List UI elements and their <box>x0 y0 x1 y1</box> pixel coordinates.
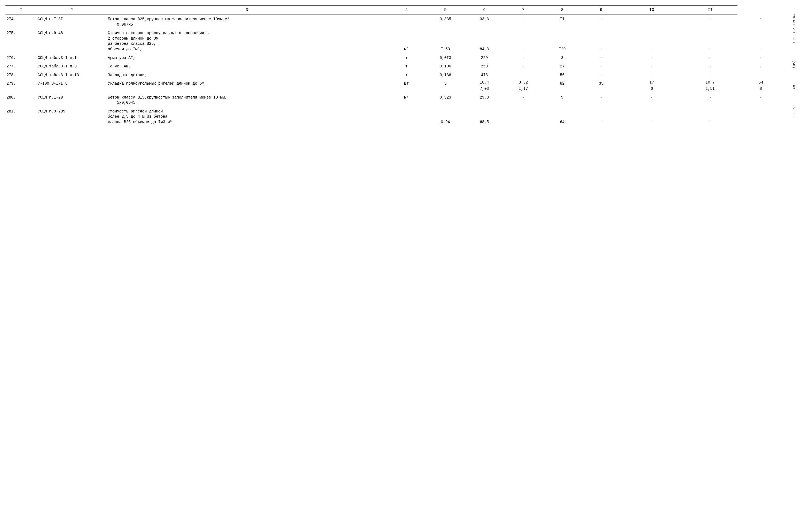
row-code: ССЦМ п.9-48 <box>37 28 107 53</box>
row-unit: т <box>387 62 426 71</box>
table-row: 275. ССЦМ п.9-48 Стоимость колонн прямо­… <box>5 28 784 53</box>
col-header-7: 7 <box>504 6 543 14</box>
row-col8: - <box>582 62 621 71</box>
col-header-9: 9 <box>582 6 621 14</box>
row-desc: Бетон класса BI5,круп­ностью заполнителя… <box>107 93 387 107</box>
row-col11: - <box>737 107 784 126</box>
row-num: 280. <box>5 93 37 107</box>
row-code: ССЦМ табл.3-I п.I3 <box>37 71 107 79</box>
row-col11: - <box>737 53 784 62</box>
row-col10: - <box>683 62 737 71</box>
row-num: 276. <box>5 53 37 62</box>
row-col5: 29,3 <box>465 93 504 107</box>
col-header-8: 8 <box>543 6 582 14</box>
col-header-5: 5 <box>426 6 465 14</box>
table-row: 276. ССЦМ табл.3-I п.I Арматура АI, т 0,… <box>5 53 784 62</box>
row-col4: 0,323 <box>426 93 465 107</box>
row-num: 275. <box>5 28 37 53</box>
row-col9: - <box>621 93 683 107</box>
row-code: ССЦМ табл.3-I п.3 <box>37 62 107 71</box>
row-col8: - <box>582 71 621 79</box>
table-header-row: I 2 3 4 5 6 7 8 9 IO II <box>5 6 784 14</box>
main-table: I 2 3 4 5 6 7 8 9 IO II 274. ССЦМ п.I-3I… <box>5 5 784 126</box>
row-desc: Арматура АI, <box>107 53 387 62</box>
fraction-col5: I6,4 7,03 <box>480 80 489 92</box>
col-header-4: 4 <box>387 6 426 14</box>
margin-label-3: 49 <box>792 85 795 89</box>
row-col8: - <box>582 28 621 53</box>
margin-label-4: 929-08 <box>792 106 795 117</box>
row-col11: - <box>737 14 784 28</box>
row-unit: м³ <box>387 93 426 107</box>
row-col10: I0,7 I,5I <box>683 79 737 93</box>
row-col10: - <box>683 107 737 126</box>
row-col5: 250 <box>465 62 504 71</box>
margin-label-2: (уш) <box>792 60 795 68</box>
row-col6: - <box>504 71 543 79</box>
row-col11: - <box>737 28 784 53</box>
row-col6: - <box>504 14 543 28</box>
row-col8: - <box>582 53 621 62</box>
row-unit <box>387 14 426 28</box>
row-col7: 9 <box>543 93 582 107</box>
row-col5: I6,4 7,03 <box>465 79 504 93</box>
row-desc: Укладка прямоугольных ригелей длиной до … <box>107 79 387 93</box>
row-unit: шт <box>387 79 426 93</box>
row-col4: 0,335 <box>426 14 465 28</box>
row-code: ССЦМ табл.3-I п.I <box>37 53 107 62</box>
table-row: 277. ССЦМ табл.3-I п.3 То же, АШ, т 0,I0… <box>5 62 784 71</box>
row-col5: 33,3 <box>465 14 504 28</box>
row-col6: - <box>504 62 543 71</box>
row-col9: - <box>621 14 683 28</box>
fraction-col6: 3,32 I,I7 <box>519 80 528 92</box>
row-col7: I29 <box>543 28 582 53</box>
row-desc: Стоимость ригелей длиной более 2,5 до 4 … <box>107 107 387 126</box>
row-col9: - <box>621 62 683 71</box>
row-col11: - <box>737 93 784 107</box>
row-col7: 64 <box>543 107 582 126</box>
row-col11: - <box>737 71 784 79</box>
col-header-3: 3 <box>107 6 387 14</box>
row-col5: 84,3 <box>465 28 504 53</box>
row-col4: 0,I06 <box>426 62 465 71</box>
row-col6: - <box>504 53 543 62</box>
row-col4: I,53 <box>426 28 465 53</box>
row-code: ССЦМ п.I-3I <box>37 14 107 28</box>
fraction-col9: I7 6 <box>650 80 654 92</box>
row-col6: - <box>504 93 543 107</box>
row-col5: 4I3 <box>465 71 504 79</box>
row-desc: Стоимость колонн прямо­угольных с консол… <box>107 28 387 53</box>
row-col10: - <box>683 53 737 62</box>
row-col5: 68,5 <box>465 107 504 126</box>
row-num: 278. <box>5 71 37 79</box>
table-row: 274. ССЦМ п.I-3I Бетон класса В25,крупно… <box>5 14 784 28</box>
row-col4: 0,94 <box>426 107 465 126</box>
fraction-col11: 54 8 <box>758 80 763 92</box>
row-unit <box>387 107 426 126</box>
row-col6: 3,32 I,I7 <box>504 79 543 93</box>
row-col7: 82 <box>543 79 582 93</box>
row-code: ССЦМ п.9-285 <box>37 107 107 126</box>
row-col6: - <box>504 107 543 126</box>
row-code: ССЦМ п.I-29 <box>37 93 107 107</box>
margin-labels: тп 4II-2-183.87 (уш) 49 929-08 <box>787 5 801 126</box>
margin-label-1: тп 4II-2-183.87 <box>792 14 795 43</box>
row-col9: I7 6 <box>621 79 683 93</box>
col-header-11: II <box>683 6 737 14</box>
row-col8: - <box>582 14 621 28</box>
row-col10: - <box>683 71 737 79</box>
row-col9: - <box>621 28 683 53</box>
row-col4: 5 <box>426 79 465 93</box>
col-header-1: I <box>5 6 37 14</box>
row-col10: - <box>683 28 737 53</box>
col-header-2: 2 <box>37 6 107 14</box>
row-col9: - <box>621 71 683 79</box>
table-row: 280. ССЦМ п.I-29 Бетон класса BI5,круп­н… <box>5 93 784 107</box>
col-header-10: IO <box>621 6 683 14</box>
row-col9: - <box>621 53 683 62</box>
row-num: 28I. <box>5 107 37 126</box>
row-col4: 0,0I3 <box>426 53 465 62</box>
row-col6: - <box>504 28 543 53</box>
row-col7: 56 <box>543 71 582 79</box>
row-num: 274. <box>5 14 37 28</box>
